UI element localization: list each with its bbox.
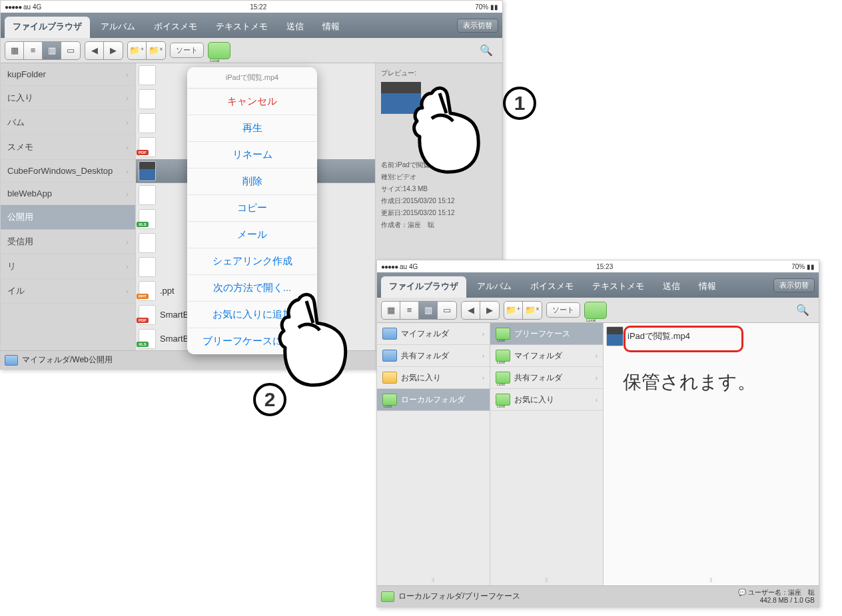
view-wide-button[interactable]: ▭ bbox=[61, 42, 80, 59]
status-bar: ●●●●● au 4G 15:23 70% ▮▮ bbox=[377, 260, 819, 272]
sidebar-item[interactable]: リ› bbox=[1, 254, 135, 279]
back-button[interactable]: ◀ bbox=[85, 42, 104, 59]
nav-item-label: ブリーフケース bbox=[514, 328, 570, 340]
delete-folder-button[interactable]: 📁ˣ bbox=[147, 42, 165, 59]
sidebar-item-label: イル bbox=[7, 285, 25, 297]
nav-item[interactable]: ローカルフォルダ› bbox=[377, 389, 490, 411]
view-list-button[interactable]: ≡ bbox=[24, 42, 43, 59]
view-columns-button[interactable]: ▥ bbox=[43, 42, 61, 59]
sidebar: kupFolder›に入り›バム›スメモ›CubeForWindows_Desk… bbox=[1, 63, 136, 350]
menu-mail[interactable]: メール bbox=[187, 222, 317, 248]
storage-label: 442.8 MB / 1.0 GB bbox=[760, 597, 815, 604]
folder-ops-group: 📁⁺ 📁ˣ bbox=[504, 301, 542, 320]
tab-filebrowser[interactable]: ファイルブラウザ bbox=[381, 276, 466, 298]
delete-folder-button[interactable]: 📁ˣ bbox=[523, 302, 542, 319]
search-icon[interactable]: 🔍 bbox=[796, 304, 809, 316]
tab-textmemo[interactable]: テキストメモ bbox=[208, 17, 276, 38]
chevron-right-icon: › bbox=[596, 374, 598, 382]
tab-textmemo[interactable]: テキストメモ bbox=[584, 276, 652, 298]
tab-album[interactable]: アルバム bbox=[469, 276, 520, 298]
sidebar-item[interactable]: に入り› bbox=[1, 86, 135, 111]
folder-icon bbox=[382, 328, 397, 340]
tab-info[interactable]: 情報 bbox=[691, 276, 724, 298]
signal-icon: ●●●●● bbox=[5, 3, 21, 11]
toolbar: ▦ ≡ ▥ ▭ ◀ ▶ 📁⁺ 📁ˣ ソート 🔍 bbox=[1, 38, 502, 63]
local-folder-button[interactable] bbox=[584, 302, 607, 319]
sidebar-item[interactable]: 受信用› bbox=[1, 230, 135, 254]
column-handle-icon[interactable]: ⫴ bbox=[432, 576, 435, 584]
speech-bubble-icon[interactable]: 💬 bbox=[738, 589, 746, 596]
file-icon bbox=[139, 329, 156, 349]
view-grid-button[interactable]: ▦ bbox=[5, 42, 24, 59]
sidebar-item[interactable]: CubeForWindows_Desktop› bbox=[1, 160, 135, 182]
nav-item[interactable]: ブリーフケース› bbox=[490, 323, 603, 345]
user-label: ユーザー名：湯座 聡 bbox=[748, 589, 815, 596]
chevron-right-icon: › bbox=[482, 374, 484, 382]
menu-sharelink[interactable]: シェアリンク作成 bbox=[187, 248, 317, 275]
tab-send[interactable]: 送信 bbox=[278, 17, 312, 38]
nav-group: ◀ ▶ bbox=[461, 301, 500, 320]
view-columns-button[interactable]: ▥ bbox=[419, 302, 438, 319]
nav-item-label: お気に入り bbox=[514, 394, 554, 406]
chevron-right-icon: › bbox=[126, 94, 129, 102]
tab-info[interactable]: 情報 bbox=[314, 17, 348, 38]
chevron-right-icon: › bbox=[126, 119, 129, 127]
nav-item[interactable]: マイフォルダ› bbox=[490, 345, 603, 367]
nav-column-1: マイフォルダ›共有フォルダ›お気に入り›ローカルフォルダ›⫴ bbox=[377, 323, 490, 585]
hand-pointer-2 bbox=[266, 286, 366, 393]
file-icon bbox=[139, 185, 156, 205]
sidebar-item[interactable]: イル› bbox=[1, 279, 135, 304]
tab-send[interactable]: 送信 bbox=[655, 276, 688, 298]
view-wide-button[interactable]: ▭ bbox=[438, 302, 456, 319]
menu-rename[interactable]: リネーム bbox=[187, 142, 317, 168]
sort-button[interactable]: ソート bbox=[170, 43, 204, 58]
nav-item[interactable]: 共有フォルダ› bbox=[490, 367, 603, 389]
nav-item[interactable]: お気に入り› bbox=[490, 389, 603, 411]
back-button[interactable]: ◀ bbox=[462, 302, 480, 319]
search-icon[interactable]: 🔍 bbox=[480, 44, 493, 57]
local-folder-button[interactable] bbox=[208, 42, 230, 59]
forward-button[interactable]: ▶ bbox=[104, 42, 123, 59]
hand-pointer-1 bbox=[400, 80, 500, 180]
menu-delete[interactable]: 削除 bbox=[187, 168, 317, 195]
menu-play[interactable]: 再生 bbox=[187, 115, 317, 142]
folder-icon bbox=[496, 350, 510, 362]
sidebar-item[interactable]: kupFolder› bbox=[1, 63, 135, 86]
nav-item[interactable]: 共有フォルダ› bbox=[377, 345, 490, 367]
tab-bar: ファイルブラウザ アルバム ボイスメモ テキストメモ 送信 情報 表示切替 bbox=[1, 13, 502, 38]
sidebar-item[interactable]: バム› bbox=[1, 111, 135, 135]
tab-voicememo[interactable]: ボイスメモ bbox=[146, 17, 205, 38]
view-list-button[interactable]: ≡ bbox=[400, 302, 419, 319]
clock: 15:23 bbox=[596, 263, 613, 270]
carrier: au bbox=[400, 263, 407, 270]
folder-icon bbox=[496, 372, 510, 384]
battery-label: 70% bbox=[475, 3, 488, 11]
tab-album[interactable]: アルバム bbox=[93, 17, 143, 38]
column-handle-icon[interactable]: ⫴ bbox=[545, 576, 548, 584]
column-handle-icon[interactable]: ⫴ bbox=[709, 576, 713, 584]
folder-icon bbox=[496, 328, 510, 340]
sidebar-item-label: バム bbox=[7, 117, 25, 129]
view-toggle-button[interactable]: 表示切替 bbox=[457, 19, 498, 33]
forward-button[interactable]: ▶ bbox=[480, 302, 499, 319]
chevron-right-icon: › bbox=[596, 330, 598, 338]
nav-item[interactable]: お気に入り› bbox=[377, 367, 490, 389]
menu-cancel[interactable]: キャンセル bbox=[187, 89, 317, 115]
sidebar-item[interactable]: 公開用› bbox=[1, 205, 135, 230]
sort-button[interactable]: ソート bbox=[546, 302, 580, 318]
tab-filebrowser[interactable]: ファイルブラウザ bbox=[5, 17, 90, 38]
folder-icon bbox=[382, 350, 397, 362]
new-folder-button[interactable]: 📁⁺ bbox=[128, 42, 147, 59]
view-toggle-button[interactable]: 表示切替 bbox=[773, 278, 815, 292]
tab-voicememo[interactable]: ボイスメモ bbox=[522, 276, 582, 298]
sidebar-item[interactable]: スメモ› bbox=[1, 135, 135, 160]
sidebar-item-label: 受信用 bbox=[7, 236, 33, 248]
sidebar-item[interactable]: bleWebApp› bbox=[1, 182, 135, 205]
chevron-right-icon: › bbox=[126, 238, 129, 246]
menu-copy[interactable]: コピー bbox=[187, 195, 317, 222]
chevron-right-icon: › bbox=[126, 190, 129, 198]
screenshot-2: ●●●●● au 4G 15:23 70% ▮▮ ファイルブラウザ アルバム ボ… bbox=[376, 260, 819, 607]
view-grid-button[interactable]: ▦ bbox=[382, 302, 400, 319]
nav-item[interactable]: マイフォルダ› bbox=[377, 323, 490, 345]
new-folder-button[interactable]: 📁⁺ bbox=[504, 302, 523, 319]
